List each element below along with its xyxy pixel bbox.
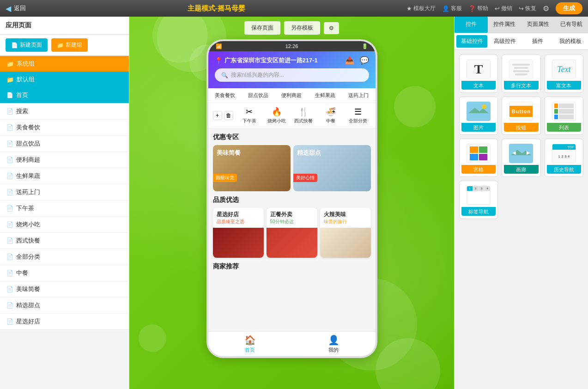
widget-image[interactable]: 图片 [459, 97, 498, 135]
widget-multitext[interactable]: 多行文本 [502, 55, 540, 93]
tab-widget[interactable]: 控件 [455, 17, 488, 33]
back-button[interactable]: ◀ 返回 [6, 4, 26, 13]
subcat-bbq[interactable]: 🔥 烧烤小吃 [264, 107, 289, 124]
page-icon-medicine: 📄 [6, 189, 13, 195]
widget-richtext[interactable]: Text 富文本 [545, 55, 583, 93]
save-page-button[interactable]: 保存页面 [244, 21, 280, 35]
sidebar-item-chinese[interactable]: 📄 中餐 [0, 265, 129, 281]
subcat-afternoon-tea[interactable]: ✂ 下午茶 [237, 107, 262, 124]
tab-existing-nav[interactable]: 已有导航 [555, 17, 588, 33]
new-page-button[interactable]: 📄 新建页面 [6, 38, 48, 52]
undo-label: 撤销 [501, 5, 512, 12]
widget-hisnav-label: 历史导航 [547, 165, 581, 174]
redo-nav[interactable]: ↪ 恢复 [519, 5, 536, 12]
phone-search[interactable]: 🔍 搜索ni感兴趣的内容... [215, 68, 369, 82]
sidebar-item-western[interactable]: 📄 西式快餐 [0, 233, 129, 249]
sidebar-item-homepage[interactable]: 📄 首页 [0, 87, 129, 103]
widget-button[interactable]: Button 按钮 [502, 97, 540, 135]
sidebar-item-search[interactable]: 📄 搜索 [0, 103, 129, 120]
promo-grid: 美味简餐 颤醒味觉 精选甜点 美好心情 [213, 145, 371, 191]
quality-card-2[interactable]: 正餐外卖 50分钟必达 [267, 208, 317, 258]
sidebar-item-selected-dessert[interactable]: 📄 精选甜点 [0, 298, 129, 314]
sidebar-group-default[interactable]: 📁 默认组 [0, 72, 129, 87]
widget-richtext-label: 富文本 [547, 81, 581, 90]
phone-nav-mine[interactable]: 👤 我的 [328, 334, 339, 353]
cat-item-fresh[interactable]: 生鲜果蔬 [315, 92, 335, 99]
sidebar-item-star-store[interactable]: 📄 星选好店 [0, 314, 129, 330]
widget-grid-icon-area [467, 144, 491, 163]
widget-hisnav[interactable]: TOP 1 2 3 4 历史导航 [545, 139, 583, 177]
promo-card-2[interactable]: 精选甜点 美好心情 [293, 145, 371, 191]
deco-circle-3 [139, 324, 166, 352]
page-icon-search: 📄 [6, 108, 13, 115]
subcat-all[interactable]: ☰ 全部分类 [346, 107, 371, 124]
star-icon: ★ [406, 5, 412, 12]
phone-content[interactable]: 📍 广东省深圳市宝安区前进一路217-1 📤 💬 🔍 搜索ni感兴趣的内容... [208, 51, 376, 331]
quality-card-1[interactable]: 星选好店 品质臻至之选 [213, 208, 264, 258]
page-icon-fresh: 📄 [6, 173, 13, 179]
gallery-svg: ◀ ▶ [511, 145, 531, 162]
cat-item-convenience[interactable]: 便利商超 [281, 92, 302, 99]
subtab-advanced[interactable]: 高级控件 [489, 35, 520, 48]
phone-nav-home[interactable]: 🏠 首页 [244, 334, 256, 353]
subcat-western[interactable]: 🍴 西式快餐 [291, 107, 316, 124]
widget-gallery[interactable]: ◀ ▶ 画廊 [502, 139, 540, 177]
undo-nav[interactable]: ↩ 撤销 [495, 5, 512, 12]
page-icon-home: 📄 [6, 92, 13, 98]
tab-page-props[interactable]: 页面属性 [521, 17, 555, 33]
customer-service-nav[interactable]: 👤 客服 [442, 5, 462, 12]
phone-header: 📍 广东省深圳市宝安区前进一路217-1 📤 💬 🔍 搜索ni感兴趣的内容... [208, 51, 376, 88]
widget-text[interactable]: T 文本 [459, 55, 498, 93]
settings-icon[interactable]: ⚙ [543, 4, 549, 13]
page-icon-bbq: 📄 [6, 221, 13, 228]
sidebar-item-convenience[interactable]: 📄 便利商超 [0, 152, 129, 168]
subcat-chinese[interactable]: 🍜 中餐 [318, 107, 344, 124]
new-group-button[interactable]: 📁 新建组 [51, 38, 88, 52]
sidebar-item-afternoon-tea[interactable]: 📄 下午茶 [0, 201, 129, 217]
back-arrow-icon: ◀ [6, 4, 11, 13]
quality-card-2-sub: 50分钟必达 [270, 219, 314, 225]
sidebar: 应用页面 📄 新建页面 📁 新建组 📁 系统组 📁 默认组 📄 [0, 17, 129, 389]
promo-card-1-title: 美味简餐 [217, 149, 241, 157]
sidebar-item-simple-meal[interactable]: 📄 美味简餐 [0, 281, 129, 298]
sidebar-item-allcat[interactable]: 📄 全部分类 [0, 249, 129, 265]
person-icon: 👤 [442, 5, 449, 12]
deco-circle-4 [376, 338, 440, 389]
merchant-title: 商家推荐 [213, 262, 371, 271]
canvas-settings-button[interactable]: ⚙ [324, 22, 339, 34]
template-hall-nav[interactable]: ★ 模板大厅 [406, 5, 436, 12]
sidebar-item-dessert[interactable]: 📄 甜点饮品 [0, 136, 129, 152]
widget-tagnav[interactable]: 1 2 3 4 标签导航 [459, 181, 498, 219]
sidebar-item-fresh[interactable]: 📄 生鲜果蔬 [0, 168, 129, 184]
promo-section: 优惠专区 美味简餐 颤醒味觉 精选甜点 美好心情 [208, 128, 376, 196]
subcat-delete-button[interactable]: 🗑 [224, 111, 233, 120]
subtab-plugin[interactable]: 插件 [522, 35, 553, 48]
hi4: 4 [568, 155, 570, 158]
quality-card-3[interactable]: 火辣美味 味蕾的旅行 [320, 208, 371, 258]
tab-widget-props[interactable]: 控件属性 [488, 17, 521, 33]
sidebar-item-food[interactable]: 📄 美食餐饮 [0, 120, 129, 136]
sidebar-item-convenience-label: 便利商超 [16, 156, 40, 164]
list-cell-1 [554, 103, 558, 108]
promo-card-1-badge: 颤醒味觉 [213, 174, 237, 182]
subcat-western-icon: 🍴 [298, 107, 309, 117]
sidebar-group-system[interactable]: 📁 系统组 [0, 56, 129, 72]
generate-button[interactable]: 生成 [556, 2, 582, 14]
sidebar-item-bbq[interactable]: 📄 烧烤小吃 [0, 217, 129, 233]
subcat-add-button[interactable]: + [213, 111, 222, 120]
page-icon-star-store: 📄 [6, 318, 13, 325]
promo-card-1[interactable]: 美味简餐 颤醒味觉 [213, 145, 291, 191]
page-icon-convenience: 📄 [6, 157, 13, 163]
page-icon-tea: 📄 [6, 205, 13, 212]
widget-text-icon-area: T [467, 60, 491, 79]
sidebar-item-medicine[interactable]: 📄 送药上门 [0, 184, 129, 201]
help-nav[interactable]: ❓ 帮助 [468, 5, 488, 12]
cat-item-food[interactable]: 美食餐饮 [215, 92, 235, 99]
widget-list[interactable]: 列表 [545, 97, 583, 135]
widget-grid-widget[interactable]: 宫格 [459, 139, 498, 177]
save-template-button[interactable]: 另存模板 [284, 21, 320, 35]
subtab-mytemplate[interactable]: 我的模板 [555, 35, 586, 48]
cat-item-medicine[interactable]: 送药上门 [348, 92, 369, 99]
subtab-basic[interactable]: 基础控件 [456, 35, 487, 48]
cat-item-dessert[interactable]: 甜点饮品 [248, 92, 268, 99]
